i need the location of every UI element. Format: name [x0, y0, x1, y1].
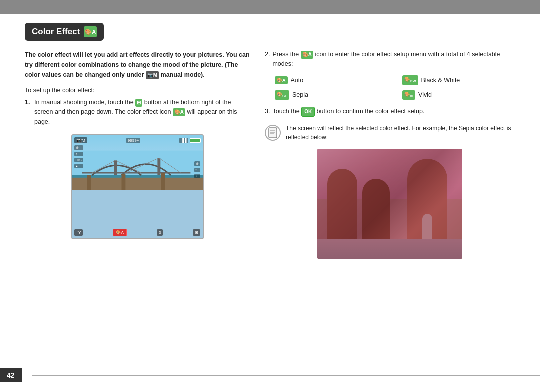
step-1: 1. In manual shooting mode, touch the ⊞ … [25, 98, 250, 127]
sepia-ground [318, 239, 462, 259]
section-title-bar: Color Effect 🎨A [25, 23, 104, 41]
camera-mode-btn: †Y [74, 229, 84, 236]
auto-mode-icon: 🎨A [275, 76, 288, 84]
color-effect-inline-icon: 🎨A [173, 108, 186, 116]
sepia-small-arch [422, 214, 432, 239]
camera-indicator: ▐▐ [180, 138, 188, 143]
camera-grid-btn: ⊞ [193, 229, 200, 236]
camera-left-icons: ⊕ ↕ OIS ● [74, 145, 84, 168]
right-column: 2. Press the 🎨A icon to enter the color … [265, 50, 515, 259]
step-3: 3. Touch the OK button to confirm the co… [265, 107, 515, 117]
title-text: Color Effect [32, 27, 80, 37]
camera-screen-mockup: 📷M 9999+ ▐▐ ⊕ ↕ OIS ● ⊕ [72, 134, 204, 239]
vivid-mode-label: Vivid [418, 91, 432, 98]
auto-mode-label: Auto [291, 77, 304, 84]
mode-bw: 🎨BW Black & White [402, 75, 515, 85]
camera-page-num: 3 [157, 229, 163, 236]
camera-count: 9999+ [126, 138, 140, 143]
color-effect-title-icon: 🎨A [84, 26, 97, 37]
vivid-mode-icon: 🎨VI [402, 90, 416, 100]
camera-battery [190, 138, 201, 143]
note-text: The screen will reflect the selected col… [286, 124, 515, 142]
camera-ui-overlay: 📷M 9999+ ▐▐ ⊕ ↕ OIS ● ⊕ [72, 135, 203, 238]
grid-button-icon: ⊞ [136, 99, 142, 107]
note-box: The screen will reflect the selected col… [265, 124, 515, 142]
sepia-mode-label: Sepia [292, 91, 308, 98]
color-effect-icon-step2: 🎨A [301, 51, 314, 59]
mode-vivid: 🎨VI Vivid [402, 90, 515, 100]
mode-auto: 🎨A Auto [275, 75, 388, 85]
page-footer: 42 [0, 368, 540, 382]
setup-label: To set up the color effect: [25, 87, 250, 94]
ok-button-icon: OK [302, 107, 315, 117]
note-icon [265, 125, 281, 141]
content-area: Color Effect 🎨A The color effect will le… [0, 14, 540, 259]
svg-rect-13 [269, 128, 277, 138]
camera-top-bar: 📷M 9999+ ▐▐ [74, 137, 201, 143]
top-bar [0, 0, 540, 14]
sepia-photo-example [318, 149, 462, 259]
camera-right-icons: ⊕ f Z [194, 161, 200, 178]
bw-mode-label: Black & White [422, 77, 460, 84]
camera-color-effect-btn: 🎨A [113, 229, 126, 236]
step-2: 2. Press the 🎨A icon to enter the color … [265, 50, 515, 69]
sepia-mode-icon: 🎨SE [275, 90, 290, 100]
left-column: The color effect will let you add art ef… [25, 50, 250, 259]
steps-list: 1. In manual shooting mode, touch the ⊞ … [25, 98, 250, 127]
camera-bottom-bar: †Y 🎨A 3 ⊞ [74, 229, 201, 236]
bw-mode-icon: 🎨BW [402, 75, 418, 85]
color-modes-grid: 🎨A Auto 🎨BW Black & White 🎨SE Sepia 🎨VI … [275, 75, 515, 100]
intro-paragraph: The color effect will let you add art ef… [25, 50, 250, 80]
footer-divider [32, 375, 540, 376]
camera-mode-icon: 📷M [74, 137, 88, 143]
mode-sepia: 🎨SE Sepia [275, 90, 388, 100]
page-number: 42 [0, 368, 22, 382]
two-column-layout: The color effect will let you add art ef… [25, 50, 515, 259]
